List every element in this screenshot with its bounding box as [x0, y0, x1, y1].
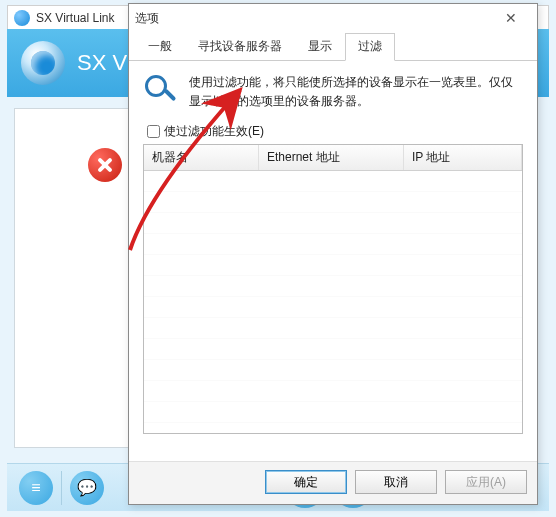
main-title: SX Virtual Link: [36, 11, 115, 25]
tab-display[interactable]: 显示: [295, 33, 345, 61]
tab-filter[interactable]: 过滤: [345, 33, 395, 61]
tab-general[interactable]: 一般: [135, 33, 185, 61]
close-icon: ✕: [505, 10, 517, 26]
col-ip[interactable]: IP 地址: [404, 145, 522, 170]
hint-text: 使用过滤功能，将只能使所选择的设备显示在一览表里。仅仅显示以下的选项里的设备服务…: [189, 73, 523, 111]
dialog-tabs: 一般 寻找设备服务器 显示 过滤: [129, 32, 537, 61]
divider: [61, 471, 62, 505]
dialog-body: 使用过滤功能，将只能使所选择的设备显示在一览表里。仅仅显示以下的选项里的设备服务…: [129, 61, 537, 461]
chat-button[interactable]: 💬: [70, 471, 104, 505]
dialog-titlebar: 选项 ✕: [129, 4, 537, 32]
magnifier-icon: [143, 73, 179, 109]
list-icon: ≡: [31, 479, 40, 497]
apply-button[interactable]: 应用(A): [445, 470, 527, 494]
dialog-button-row: 确定 取消 应用(A): [129, 461, 537, 504]
app-logo-icon: [21, 41, 65, 85]
list-button[interactable]: ≡: [19, 471, 53, 505]
enable-filter-label: 使过滤功能生效(E): [164, 123, 264, 140]
dialog-title-text: 选项: [135, 10, 159, 27]
tab-find-server[interactable]: 寻找设备服务器: [185, 33, 295, 61]
cancel-button[interactable]: 取消: [355, 470, 437, 494]
ok-button[interactable]: 确定: [265, 470, 347, 494]
app-icon: [14, 10, 30, 26]
col-ethernet[interactable]: Ethernet 地址: [259, 145, 404, 170]
table-body[interactable]: [144, 171, 522, 434]
col-machine-name[interactable]: 机器名: [144, 145, 259, 170]
options-dialog: 选项 ✕ 一般 寻找设备服务器 显示 过滤 使用过滤功能，将只能使所选择的设备显…: [128, 3, 538, 505]
table-header: 机器名 Ethernet 地址 IP 地址: [144, 145, 522, 171]
error-icon: [88, 148, 122, 182]
chat-icon: 💬: [77, 478, 97, 497]
enable-filter-checkbox[interactable]: 使过滤功能生效(E): [147, 123, 523, 140]
hint-row: 使用过滤功能，将只能使所选择的设备显示在一览表里。仅仅显示以下的选项里的设备服务…: [143, 73, 523, 111]
enable-filter-input[interactable]: [147, 125, 160, 138]
filter-table: 机器名 Ethernet 地址 IP 地址: [143, 144, 523, 434]
dialog-close-button[interactable]: ✕: [491, 7, 531, 29]
